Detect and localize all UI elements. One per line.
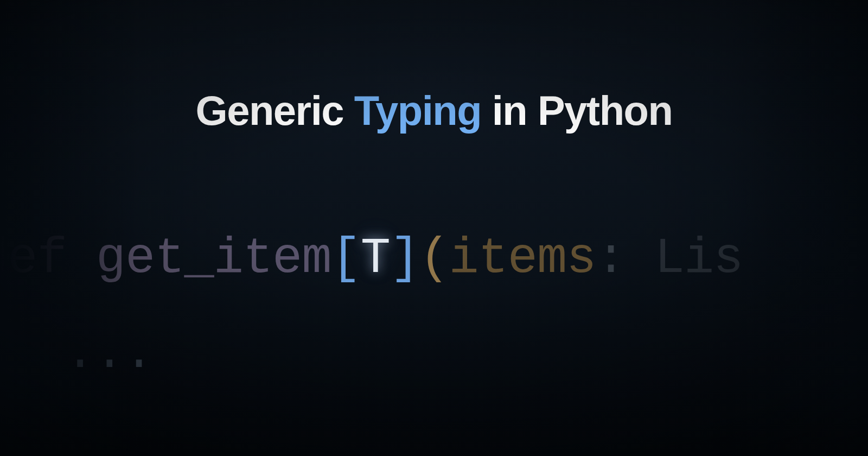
code-snippet: def get_item[T](items: Lis ...: [0, 212, 868, 402]
code-bracket-open: [: [331, 230, 361, 287]
code-function-name: get_item: [96, 230, 331, 287]
title-text-accent: Typing: [354, 87, 481, 134]
code-ellipsis: ...: [65, 325, 154, 382]
code-type-hint: Lis: [655, 230, 743, 287]
code-keyword-def: def: [0, 230, 96, 287]
page-title: Generic Typing in Python: [0, 87, 868, 134]
title-text-post: in Python: [481, 87, 672, 134]
code-line-2: ...: [65, 307, 868, 402]
title-text-pre: Generic: [196, 87, 354, 134]
code-colon: :: [596, 230, 654, 287]
code-param-name: items: [449, 230, 596, 287]
code-line-1: def get_item[T](items: Lis: [0, 212, 846, 307]
code-bracket-close: ]: [390, 230, 419, 287]
code-type-param: T: [361, 230, 390, 287]
code-paren-open: (: [419, 230, 449, 287]
